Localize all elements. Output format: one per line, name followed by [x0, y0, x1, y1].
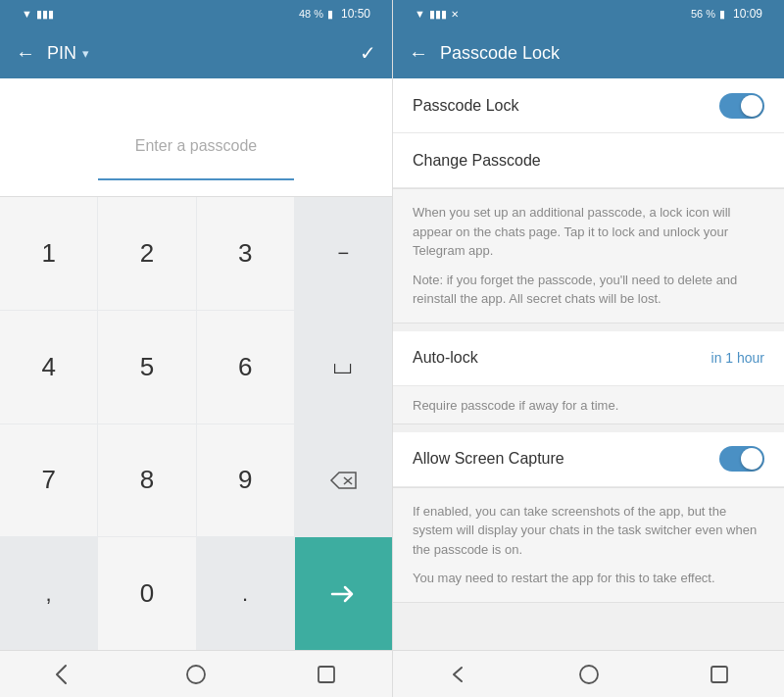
signal-icon: ▮▮▮	[36, 8, 54, 21]
right-panel: ▼ ▮▮▮ ✕ 56 % ▮ 10:09 ← Passcode Lock Pas…	[392, 0, 784, 697]
passcode-input-area: Enter a passcode	[0, 78, 392, 196]
key-9[interactable]: 9	[197, 424, 294, 537]
battery-icon: ▮	[327, 8, 333, 21]
separator-1	[393, 324, 784, 331]
require-text: Require passcode if away for a time.	[413, 398, 618, 413]
right-time-text: 10:09	[733, 7, 762, 21]
require-text-block: Require passcode if away for a time.	[393, 386, 784, 424]
nav-back-button[interactable]	[36, 655, 95, 694]
key-3[interactable]: 3	[197, 197, 294, 310]
passcode-lock-label: Passcode Lock	[413, 97, 719, 115]
info-text-2: Note: if you forget the passcode, you'll…	[413, 271, 764, 309]
passcode-hint: Enter a passcode	[135, 137, 258, 155]
svg-rect-3	[318, 667, 334, 682]
screen-capture-row: Allow Screen Capture	[393, 432, 784, 487]
left-panel: ▼ ▮▮▮ 48 % ▮ 10:50 ← PIN ▾ ✓ Enter a pas…	[0, 0, 392, 697]
right-status-left: ▼ ▮▮▮ ✕	[415, 8, 459, 21]
screen-capture-toggle-thumb	[741, 448, 762, 470]
passcode-lock-toggle[interactable]	[719, 93, 764, 119]
passcode-info-block: When you set up an additional passcode, …	[393, 188, 784, 324]
left-status-bar: ▼ ▮▮▮ 48 % ▮ 10:50	[0, 0, 392, 27]
nav-home-button[interactable]	[167, 655, 225, 694]
key-minus[interactable]: −	[295, 197, 392, 310]
capture-info-text-1: If enabled, you can take screenshots of …	[413, 502, 764, 560]
info-text-1: When you set up an additional passcode, …	[413, 203, 764, 261]
right-wifi-icon: ▼	[415, 8, 425, 20]
right-nav-recent-button[interactable]	[690, 655, 749, 694]
svg-point-2	[187, 666, 205, 683]
right-nav-home-button[interactable]	[560, 655, 618, 694]
right-nav-bar	[393, 650, 784, 697]
dropdown-icon[interactable]: ▾	[82, 46, 89, 61]
key-dot[interactable]: .	[197, 537, 294, 650]
autolock-row[interactable]: Auto-lock in 1 hour	[393, 331, 784, 386]
numpad: 1 2 3 − 4 5 6 ⌴ 7 8 9 , 0 .	[0, 196, 392, 650]
nav-recent-button[interactable]	[297, 655, 356, 694]
screen-capture-label: Allow Screen Capture	[413, 450, 719, 468]
right-battery-icon: ▮	[719, 8, 725, 21]
right-signal-icon: ▮▮▮	[429, 8, 447, 21]
left-nav-bar	[0, 650, 392, 697]
left-title-area: PIN ▾	[47, 43, 348, 64]
capture-info-text-2: You may need to restart the app for this…	[413, 569, 764, 588]
right-title: Passcode Lock	[440, 43, 560, 64]
left-status-right: 48 % ▮ 10:50	[299, 7, 370, 21]
key-2[interactable]: 2	[98, 197, 195, 310]
separator-2	[393, 424, 784, 432]
key-7[interactable]: 7	[0, 424, 97, 537]
change-passcode-label: Change Passcode	[413, 152, 764, 170]
key-5[interactable]: 5	[98, 311, 195, 423]
right-battery-text: 56 %	[691, 8, 715, 20]
passcode-input-line[interactable]	[98, 178, 294, 180]
right-status-right: 56 % ▮ 10:09	[691, 7, 762, 21]
key-backspace[interactable]	[295, 424, 392, 537]
key-comma[interactable]: ,	[0, 537, 97, 650]
time-text: 10:50	[341, 7, 370, 21]
svg-point-4	[580, 666, 598, 683]
key-4[interactable]: 4	[0, 311, 97, 423]
right-status-bar: ▼ ▮▮▮ ✕ 56 % ▮ 10:09	[393, 0, 784, 27]
key-6[interactable]: 6	[197, 311, 294, 423]
right-back-button[interactable]: ←	[409, 42, 428, 65]
change-passcode-row[interactable]: Change Passcode	[393, 133, 784, 188]
key-1[interactable]: 1	[0, 197, 97, 310]
left-top-bar: ← PIN ▾ ✓	[0, 27, 392, 78]
key-8[interactable]: 8	[98, 424, 195, 537]
capture-info-block: If enabled, you can take screenshots of …	[393, 487, 784, 603]
checkmark-button[interactable]: ✓	[360, 41, 376, 65]
screen-capture-toggle[interactable]	[719, 446, 764, 472]
autolock-value: in 1 hour	[711, 350, 764, 366]
svg-rect-5	[711, 667, 727, 682]
key-go[interactable]	[295, 537, 392, 650]
key-space[interactable]: ⌴	[295, 311, 392, 423]
right-nav-back-button[interactable]	[429, 655, 488, 694]
signal-x-icon: ✕	[451, 9, 459, 20]
left-status-left: ▼ ▮▮▮	[22, 8, 54, 21]
toggle-thumb	[741, 95, 762, 117]
passcode-lock-row: Passcode Lock	[393, 78, 784, 133]
key-0[interactable]: 0	[98, 537, 195, 650]
left-title: PIN	[47, 43, 76, 64]
battery-text: 48 %	[299, 8, 323, 20]
right-top-bar: ← Passcode Lock	[393, 27, 784, 78]
autolock-label: Auto-lock	[413, 349, 711, 367]
back-button[interactable]: ←	[16, 42, 35, 65]
settings-content: Passcode Lock Change Passcode When you s…	[393, 78, 784, 650]
wifi-icon: ▼	[22, 8, 32, 20]
